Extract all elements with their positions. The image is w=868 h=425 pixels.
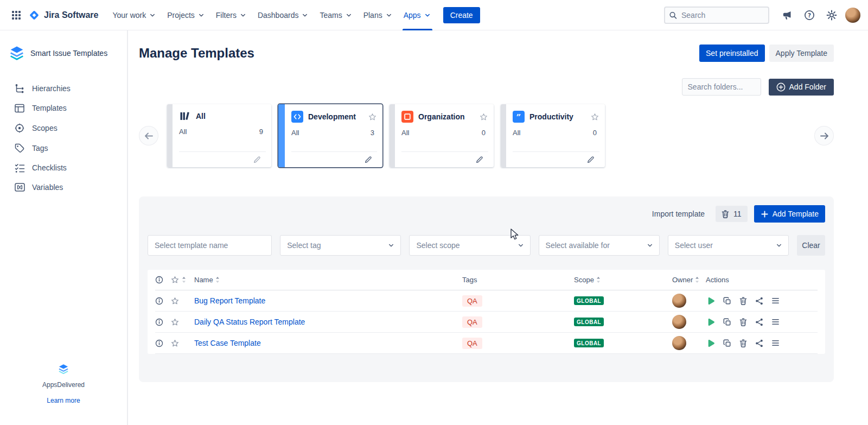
edit-folder-icon[interactable] (253, 156, 261, 163)
create-button[interactable]: Create (443, 7, 480, 23)
settings-gear-icon[interactable] (823, 7, 840, 24)
run-template-icon[interactable] (706, 318, 715, 327)
owner-avatar[interactable] (672, 336, 686, 350)
apply-template-button[interactable]: Apply Template (769, 45, 834, 62)
app-home-link[interactable]: Smart Issue Templates (0, 30, 127, 78)
filter-select-available-for[interactable]: Select available for (539, 235, 660, 256)
folder-name: Organization (418, 112, 474, 121)
nav-item-apps[interactable]: Apps (398, 0, 437, 30)
announcements-icon[interactable] (778, 7, 796, 24)
info-icon (155, 276, 163, 284)
owner-column-header[interactable]: Owner (672, 276, 706, 284)
favorite-star-icon[interactable] (590, 112, 599, 122)
info-icon[interactable] (155, 339, 163, 347)
filter-select-tag[interactable]: Select tag (280, 235, 401, 256)
sidebar-item-checklists[interactable]: Checklists (0, 158, 127, 177)
folder-card-productivity[interactable]: ”ProductivityAll0 (501, 104, 605, 167)
share-template-icon[interactable] (755, 339, 763, 347)
favorite-star-icon[interactable] (479, 112, 488, 122)
favorite-star-icon[interactable] (170, 296, 180, 306)
more-actions-icon[interactable] (771, 297, 780, 304)
edit-folder-icon[interactable] (587, 156, 595, 163)
help-icon[interactable]: ? (801, 7, 818, 24)
folder-search-input[interactable] (682, 78, 761, 96)
owner-avatar[interactable] (672, 294, 686, 308)
add-folder-button[interactable]: Add Folder (769, 79, 834, 96)
more-actions-icon[interactable] (771, 340, 780, 346)
tag-badge[interactable]: QA (462, 316, 482, 328)
jira-logo[interactable]: Jira Software (28, 9, 98, 21)
info-icon[interactable] (155, 318, 163, 326)
page-title: Manage Templates (139, 46, 254, 61)
more-actions-icon[interactable] (771, 319, 780, 325)
tag-badge[interactable]: QA (462, 295, 482, 307)
user-avatar[interactable] (845, 8, 860, 23)
folder-card-organization[interactable]: OrganizationAll0 (390, 104, 494, 167)
set-preinstalled-button[interactable]: Set preinstalled (699, 45, 765, 62)
app-switcher-icon[interactable] (8, 7, 25, 24)
filter-select-scope[interactable]: Select scope (409, 235, 530, 256)
add-template-button[interactable]: Add Template (754, 205, 825, 223)
folder-accent-bar (278, 104, 285, 167)
nav-item-teams[interactable]: Teams (314, 0, 358, 30)
delete-template-icon[interactable] (739, 339, 747, 347)
template-name-link[interactable]: Daily QA Status Report Template (194, 318, 305, 326)
tag-badge[interactable]: QA (462, 338, 482, 349)
sidebar-item-tags[interactable]: Tags (0, 138, 127, 158)
import-template-link[interactable]: Import template (652, 210, 705, 218)
scope-column-header[interactable]: Scope (574, 276, 672, 284)
info-icon[interactable] (155, 297, 163, 305)
global-search (664, 7, 769, 24)
share-template-icon[interactable] (755, 318, 763, 326)
sidebar-item-variables[interactable]: Variables (0, 177, 127, 196)
variables-icon (14, 183, 25, 192)
trash-count: 11 (733, 210, 742, 218)
share-template-icon[interactable] (755, 297, 763, 305)
run-template-icon[interactable] (706, 296, 715, 306)
copy-template-icon[interactable] (723, 339, 731, 347)
global-search-input[interactable] (664, 7, 769, 24)
folder-subtitle: All (179, 128, 187, 136)
sidebar-footer: AppsDelivered Learn more (0, 364, 127, 404)
templates-table: Name Tags Scope Owner Actions Bug Report… (148, 270, 825, 354)
svg-text:?: ? (808, 11, 811, 18)
template-name-link[interactable]: Test Case Template (194, 339, 261, 347)
filter-template-name-input[interactable] (148, 235, 272, 256)
chevron-down-icon (775, 242, 783, 249)
folder-card-development[interactable]: DevelopmentAll3 (278, 104, 382, 167)
sidebar-item-templates[interactable]: Templates (0, 98, 127, 118)
template-name-link[interactable]: Bug Report Template (194, 296, 265, 305)
nav-item-dashboards[interactable]: Dashboards (252, 0, 315, 30)
filter-select-user[interactable]: Select user (668, 235, 789, 256)
run-template-icon[interactable] (706, 339, 715, 348)
trash-bin-button[interactable]: 11 (716, 206, 748, 222)
sidebar: Smart Issue Templates HierarchiesTemplat… (0, 30, 128, 425)
copy-template-icon[interactable] (723, 318, 731, 326)
favorite-star-icon[interactable] (170, 339, 180, 348)
sidebar-item-hierarchies[interactable]: Hierarchies (0, 78, 127, 98)
nav-item-filters[interactable]: Filters (210, 0, 252, 30)
nav-item-projects[interactable]: Projects (162, 0, 210, 30)
clear-filters-button[interactable]: Clear (797, 235, 825, 256)
folder-card-all[interactable]: AllAll9 (167, 104, 271, 167)
sidebar-item-scopes[interactable]: Scopes (0, 118, 127, 138)
owner-avatar[interactable] (672, 315, 686, 329)
smart-issue-templates-logo-icon (9, 46, 25, 61)
copy-template-icon[interactable] (723, 297, 731, 305)
edit-folder-icon[interactable] (476, 156, 483, 163)
delete-template-icon[interactable] (739, 297, 747, 305)
carousel-next-button[interactable] (814, 126, 834, 145)
favorite-star-icon[interactable] (368, 112, 377, 122)
chevron-down-icon (239, 11, 247, 19)
delete-template-icon[interactable] (739, 318, 747, 326)
learn-more-link[interactable]: Learn more (47, 397, 80, 404)
nav-item-your-work[interactable]: Your work (107, 0, 162, 30)
edit-folder-icon[interactable] (365, 156, 372, 163)
carousel-prev-button[interactable] (139, 126, 158, 145)
chevron-down-icon (197, 11, 205, 19)
favorite-column-header[interactable] (170, 275, 194, 284)
nav-item-plans[interactable]: Plans (358, 0, 398, 30)
folder-count: 0 (593, 129, 597, 137)
name-column-header[interactable]: Name (194, 276, 462, 284)
favorite-star-icon[interactable] (170, 318, 180, 327)
